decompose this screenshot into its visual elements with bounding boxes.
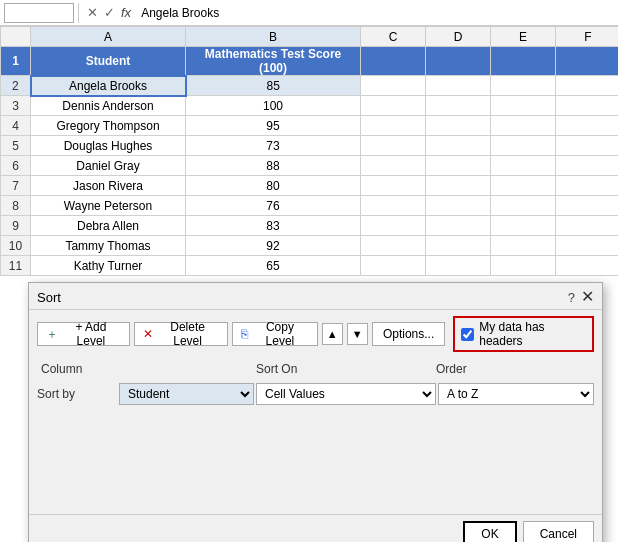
- col-header-f[interactable]: F: [556, 27, 619, 47]
- cell-empty[interactable]: [426, 176, 491, 196]
- table-row[interactable]: 2Angela Brooks85: [1, 76, 619, 96]
- cell-empty[interactable]: [426, 96, 491, 116]
- cell-empty[interactable]: [361, 116, 426, 136]
- cell-b[interactable]: 85: [186, 76, 361, 96]
- cell-b[interactable]: 83: [186, 216, 361, 236]
- cell-empty[interactable]: [491, 236, 556, 256]
- table-row[interactable]: 11Kathy Turner65: [1, 256, 619, 276]
- cell-a[interactable]: Douglas Hughes: [31, 136, 186, 156]
- cell-b[interactable]: 76: [186, 196, 361, 216]
- table-row[interactable]: 3Dennis Anderson100: [1, 96, 619, 116]
- cell-empty[interactable]: [556, 47, 619, 76]
- cell-empty[interactable]: [491, 176, 556, 196]
- cell-empty[interactable]: [556, 236, 619, 256]
- add-level-button[interactable]: ＋ + Add Level: [37, 322, 130, 346]
- table-row[interactable]: 10Tammy Thomas92: [1, 236, 619, 256]
- my-data-headers-checkbox[interactable]: [461, 328, 474, 341]
- cell-empty[interactable]: [426, 76, 491, 96]
- cell-a[interactable]: Kathy Turner: [31, 256, 186, 276]
- cell-empty[interactable]: [491, 116, 556, 136]
- cell-empty[interactable]: [491, 47, 556, 76]
- cell-empty[interactable]: [556, 136, 619, 156]
- cell-b[interactable]: 92: [186, 236, 361, 256]
- cell-empty[interactable]: [361, 96, 426, 116]
- delete-level-button[interactable]: ✕ Delete Level: [134, 322, 228, 346]
- cell-empty[interactable]: [491, 76, 556, 96]
- cell-empty[interactable]: [556, 176, 619, 196]
- cell-empty[interactable]: [361, 136, 426, 156]
- cell-empty[interactable]: [426, 236, 491, 256]
- cell-empty[interactable]: [426, 156, 491, 176]
- cell-a[interactable]: Dennis Anderson: [31, 96, 186, 116]
- sort-on-select[interactable]: Cell Values: [256, 383, 436, 405]
- formula-input[interactable]: [137, 3, 614, 23]
- cell-empty[interactable]: [491, 216, 556, 236]
- cell-empty[interactable]: [491, 256, 556, 276]
- cell-empty[interactable]: [556, 196, 619, 216]
- cell-a[interactable]: Angela Brooks: [31, 76, 186, 96]
- cell-b[interactable]: 73: [186, 136, 361, 156]
- table-row[interactable]: 1StudentMathematics Test Score (100): [1, 47, 619, 76]
- cell-empty[interactable]: [361, 47, 426, 76]
- cell-b[interactable]: 88: [186, 156, 361, 176]
- cell-b[interactable]: 100: [186, 96, 361, 116]
- order-select[interactable]: A to Z: [438, 383, 594, 405]
- cell-empty[interactable]: [361, 76, 426, 96]
- cell-a[interactable]: Tammy Thomas: [31, 236, 186, 256]
- table-row[interactable]: 9Debra Allen83: [1, 216, 619, 236]
- my-data-headers-label[interactable]: My data has headers: [453, 316, 594, 352]
- cancel-button[interactable]: Cancel: [523, 521, 594, 542]
- confirm-formula-icon[interactable]: ✓: [104, 5, 115, 20]
- cell-empty[interactable]: [556, 96, 619, 116]
- col-header-a[interactable]: A: [31, 27, 186, 47]
- cell-empty[interactable]: [556, 76, 619, 96]
- cell-empty[interactable]: [556, 116, 619, 136]
- cell-empty[interactable]: [426, 216, 491, 236]
- cell-empty[interactable]: [361, 236, 426, 256]
- cell-empty[interactable]: [491, 156, 556, 176]
- cell-a[interactable]: Wayne Peterson: [31, 196, 186, 216]
- col-header-c[interactable]: C: [361, 27, 426, 47]
- ok-button[interactable]: OK: [463, 521, 516, 542]
- cell-empty[interactable]: [361, 256, 426, 276]
- cell-empty[interactable]: [426, 47, 491, 76]
- name-box[interactable]: A2: [4, 3, 74, 23]
- cell-empty[interactable]: [361, 216, 426, 236]
- cell-a[interactable]: Debra Allen: [31, 216, 186, 236]
- cell-b[interactable]: 80: [186, 176, 361, 196]
- cell-empty[interactable]: [556, 216, 619, 236]
- table-row[interactable]: 5Douglas Hughes73: [1, 136, 619, 156]
- cell-b[interactable]: Mathematics Test Score (100): [186, 47, 361, 76]
- col-header-e[interactable]: E: [491, 27, 556, 47]
- table-row[interactable]: 4Gregory Thompson95: [1, 116, 619, 136]
- cell-empty[interactable]: [556, 256, 619, 276]
- table-row[interactable]: 6Daniel Gray88: [1, 156, 619, 176]
- table-row[interactable]: 8Wayne Peterson76: [1, 196, 619, 216]
- copy-level-button[interactable]: ⎘ Copy Level: [232, 322, 317, 346]
- cell-empty[interactable]: [361, 176, 426, 196]
- cell-a[interactable]: Daniel Gray: [31, 156, 186, 176]
- cell-a[interactable]: Jason Rivera: [31, 176, 186, 196]
- cell-empty[interactable]: [426, 256, 491, 276]
- cell-b[interactable]: 65: [186, 256, 361, 276]
- cell-a[interactable]: Gregory Thompson: [31, 116, 186, 136]
- cell-empty[interactable]: [361, 156, 426, 176]
- dialog-close-btn[interactable]: ✕: [581, 289, 594, 305]
- dialog-help-btn[interactable]: ?: [568, 290, 575, 305]
- col-header-d[interactable]: D: [426, 27, 491, 47]
- cell-empty[interactable]: [426, 196, 491, 216]
- up-arrow-button[interactable]: ▲: [322, 323, 343, 345]
- down-arrow-button[interactable]: ▼: [347, 323, 368, 345]
- cancel-formula-icon[interactable]: ✕: [87, 5, 98, 20]
- cell-empty[interactable]: [491, 196, 556, 216]
- sort-by-select[interactable]: Student: [119, 383, 254, 405]
- table-row[interactable]: 7Jason Rivera80: [1, 176, 619, 196]
- cell-empty[interactable]: [491, 136, 556, 156]
- cell-empty[interactable]: [426, 136, 491, 156]
- cell-empty[interactable]: [426, 116, 491, 136]
- options-button[interactable]: Options...: [372, 322, 445, 346]
- cell-empty[interactable]: [361, 196, 426, 216]
- col-header-b[interactable]: B: [186, 27, 361, 47]
- cell-b[interactable]: 95: [186, 116, 361, 136]
- cell-a[interactable]: Student: [31, 47, 186, 76]
